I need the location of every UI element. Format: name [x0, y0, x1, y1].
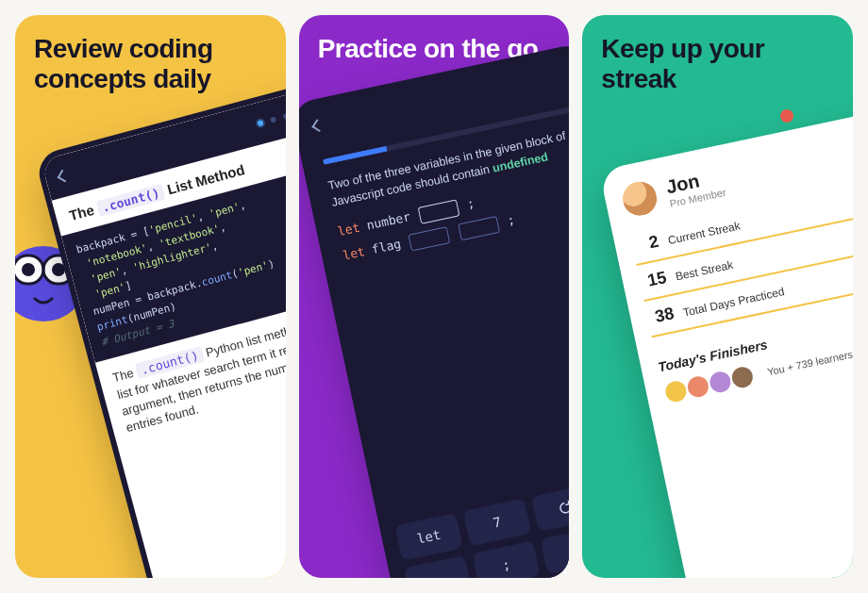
stat-value: 2	[631, 232, 661, 256]
svg-point-3	[22, 263, 35, 276]
var: number	[365, 209, 411, 232]
dot	[270, 116, 276, 123]
screenshot-panel-3: Keep up your streak Jon Pro Member 2 Cur…	[582, 15, 853, 578]
key-let[interactable]: let	[394, 513, 462, 561]
keyword: let	[336, 221, 360, 239]
blank-input[interactable]	[458, 216, 500, 240]
dot	[257, 120, 263, 126]
stat-value: 15	[639, 268, 669, 292]
text: The	[67, 201, 99, 223]
keyword: let	[342, 244, 366, 263]
blank-input[interactable]	[408, 226, 450, 251]
phone-frame: Jon Pro Member 2 Current Streak 15 Best …	[599, 107, 853, 578]
key-semicolon[interactable]: ;	[472, 541, 540, 578]
decor-dot	[780, 109, 793, 123]
key-colon[interactable]: :	[540, 526, 569, 574]
dot	[282, 113, 285, 120]
stat-label: Best Streak	[675, 258, 735, 284]
refresh-icon	[555, 498, 569, 518]
screenshot-panel-2: Practice on the go Two of the three vari…	[299, 15, 570, 578]
key-comma[interactable]: ,	[404, 555, 472, 578]
screenshot-panel-1: Review coding concepts daily The .count(…	[15, 15, 286, 578]
phone-frame: Two of the three variables in the given …	[299, 41, 570, 578]
var: flag	[370, 237, 402, 256]
key-reset[interactable]	[531, 484, 570, 532]
avatar	[728, 363, 758, 392]
headline: Keep up your streak	[601, 34, 834, 94]
stat-label: Current Streak	[667, 219, 742, 247]
progress-dots	[257, 107, 285, 127]
stat-value: 38	[646, 304, 676, 328]
back-icon[interactable]	[58, 170, 71, 183]
headline: Review coding concepts daily	[34, 34, 267, 94]
back-icon[interactable]	[311, 119, 325, 132]
stat-label: Total Days Practiced	[682, 285, 786, 319]
avatar[interactable]	[618, 176, 662, 221]
key-7[interactable]: 7	[462, 499, 530, 547]
answer-keypad: let 7 , ; : =	[383, 458, 569, 578]
